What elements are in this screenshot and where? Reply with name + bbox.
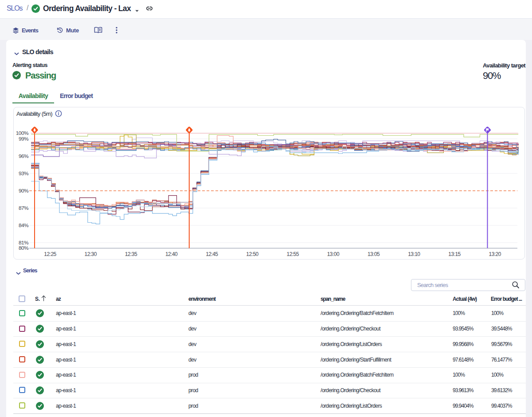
svg-text:12:35: 12:35 (125, 251, 137, 257)
svg-text:13:05: 13:05 (368, 251, 380, 257)
svg-text:12:25: 12:25 (44, 251, 56, 257)
svg-text:93%: 93% (19, 170, 29, 177)
svg-text:99%: 99% (19, 136, 29, 142)
svg-text:87%: 87% (19, 205, 29, 211)
svg-text:84%: 84% (19, 222, 29, 228)
svg-text:12:30: 12:30 (85, 251, 97, 257)
svg-text:13:00: 13:00 (327, 251, 340, 257)
svg-text:100%: 100% (16, 130, 29, 136)
svg-text:12:45: 12:45 (206, 251, 218, 257)
svg-text:12:55: 12:55 (287, 251, 299, 257)
svg-text:13:20: 13:20 (489, 251, 501, 257)
svg-text:96%: 96% (19, 153, 29, 159)
svg-text:12:50: 12:50 (246, 251, 258, 257)
svg-text:13:10: 13:10 (408, 251, 420, 257)
svg-text:12:40: 12:40 (165, 251, 178, 257)
svg-text:80%: 80% (19, 245, 29, 251)
svg-text:13:15: 13:15 (448, 251, 461, 257)
svg-text:90%: 90% (19, 188, 29, 194)
